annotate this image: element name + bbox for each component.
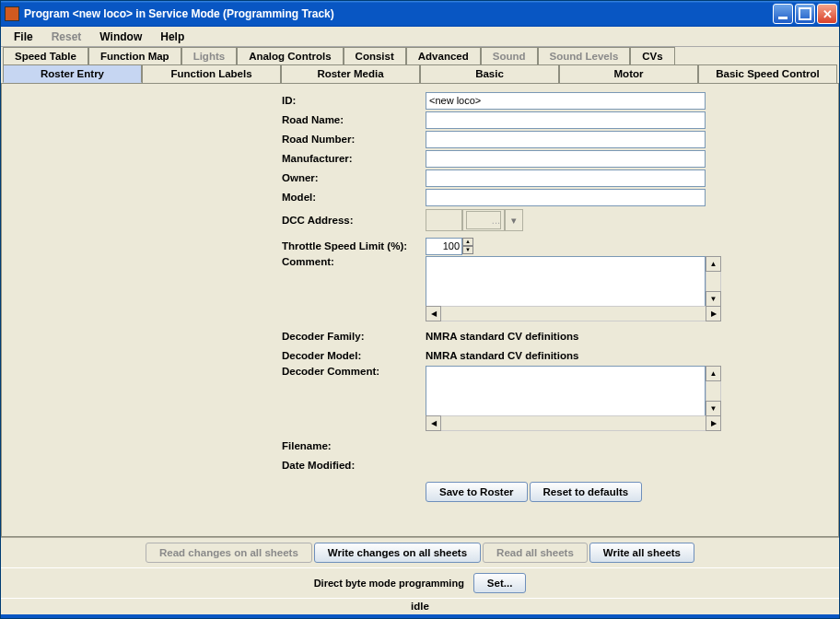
decoder-comment-label: Decoder Comment: xyxy=(282,366,426,377)
date-modified-label: Date Modified: xyxy=(282,460,426,471)
road-number-field[interactable] xyxy=(426,131,706,148)
tab-function-map[interactable]: Function Map xyxy=(88,47,181,64)
menu-file[interactable]: File xyxy=(5,29,42,45)
sheet-actions-bar: Read changes on all sheets Write changes… xyxy=(1,537,839,568)
read-changes-button: Read changes on all sheets xyxy=(146,543,312,563)
tab-motor[interactable]: Motor xyxy=(559,64,698,83)
owner-field[interactable] xyxy=(426,169,706,187)
comment-label: Comment: xyxy=(282,256,426,267)
close-button[interactable] xyxy=(817,4,837,24)
tab-sound: Sound xyxy=(481,47,538,64)
decoder-comment-hscroll: ◀ ▶ xyxy=(426,415,721,431)
decoder-comment-vscroll: ▲ ▼ xyxy=(706,366,721,416)
filename-label: Filename: xyxy=(282,440,426,451)
scroll-right-icon[interactable]: ▶ xyxy=(706,306,721,321)
roster-entry-panel: ID: Road Name: Road Number: Manufacturer… xyxy=(1,83,839,537)
scroll-track[interactable] xyxy=(706,381,721,401)
form-area: ID: Road Name: Road Number: Manufacturer… xyxy=(98,91,742,502)
comment-vscroll: ▲ ▼ xyxy=(706,256,721,307)
save-to-roster-button[interactable]: Save to Roster xyxy=(426,482,528,502)
throttle-spinner: ▲ ▼ xyxy=(426,238,473,255)
reset-to-defaults-button[interactable]: Reset to defaults xyxy=(530,482,643,502)
dcc-dropdown-icon[interactable]: ▾ xyxy=(505,209,523,231)
app-icon xyxy=(5,6,19,21)
owner-label: Owner: xyxy=(282,172,426,183)
content-area: Speed Table Function Map Lights Analog C… xyxy=(1,47,839,614)
menu-reset: Reset xyxy=(42,29,91,45)
menu-window[interactable]: Window xyxy=(90,29,151,45)
throttle-value-field[interactable] xyxy=(426,238,462,255)
decoder-family-value: NMRA standard CV definitions xyxy=(426,331,578,342)
tab-roster-media[interactable]: Roster Media xyxy=(281,64,420,83)
dcc-address-box[interactable] xyxy=(426,209,462,231)
programming-mode-label: Direct byte mode programming xyxy=(314,578,464,589)
tab-speed-table[interactable]: Speed Table xyxy=(3,47,88,64)
road-name-label: Road Name: xyxy=(282,114,426,125)
dcc-address-label: DCC Address: xyxy=(282,215,426,226)
id-field[interactable] xyxy=(426,92,706,110)
tab-sound-levels: Sound Levels xyxy=(538,47,631,64)
tab-basic[interactable]: Basic xyxy=(420,64,559,83)
write-all-button[interactable]: Write all sheets xyxy=(589,543,694,563)
tab-roster-entry[interactable]: Roster Entry xyxy=(3,64,142,83)
titlebar-buttons xyxy=(773,4,837,24)
throttle-label: Throttle Speed Limit (%): xyxy=(282,240,426,251)
model-label: Model: xyxy=(282,192,426,203)
minimize-button[interactable] xyxy=(773,4,793,24)
maximize-button[interactable] xyxy=(795,4,815,24)
app-window: Program <new loco> in Service Mode (Prog… xyxy=(0,0,840,619)
menu-help[interactable]: Help xyxy=(151,29,193,45)
throttle-up-icon[interactable]: ▲ xyxy=(462,238,473,246)
window-title: Program <new loco> in Service Mode (Prog… xyxy=(24,7,773,20)
decoder-comment-field[interactable] xyxy=(426,366,706,416)
tab-row-1: Speed Table Function Map Lights Analog C… xyxy=(1,47,839,64)
throttle-down-icon[interactable]: ▼ xyxy=(462,246,473,254)
scroll-down-icon[interactable]: ▼ xyxy=(706,401,721,416)
tab-analog-controls[interactable]: Analog Controls xyxy=(237,47,343,64)
decoder-family-label: Decoder Family: xyxy=(282,331,426,342)
manufacturer-label: Manufacturer: xyxy=(282,153,426,164)
tab-basic-speed-control[interactable]: Basic Speed Control xyxy=(698,64,837,83)
scroll-track[interactable] xyxy=(706,272,721,291)
model-field[interactable] xyxy=(426,189,706,206)
scroll-up-icon[interactable]: ▲ xyxy=(706,256,721,272)
scroll-track[interactable] xyxy=(441,306,706,321)
read-all-button: Read all sheets xyxy=(483,543,588,563)
scroll-left-icon[interactable]: ◀ xyxy=(426,415,441,431)
scroll-right-icon[interactable]: ▶ xyxy=(706,415,721,431)
tab-row-2: Roster Entry Function Labels Roster Medi… xyxy=(1,64,839,83)
id-label: ID: xyxy=(282,95,426,106)
window-bottom-border xyxy=(1,614,839,618)
tab-cvs[interactable]: CVs xyxy=(630,47,674,64)
dcc-address-combo[interactable]: ... xyxy=(466,211,501,229)
titlebar: Program <new loco> in Service Mode (Prog… xyxy=(1,1,839,27)
tab-lights: Lights xyxy=(181,47,238,64)
scroll-track[interactable] xyxy=(441,415,706,431)
road-number-label: Road Number: xyxy=(282,134,426,145)
tab-consist[interactable]: Consist xyxy=(344,47,406,64)
comment-field[interactable] xyxy=(426,256,706,307)
bottom-bars: Read changes on all sheets Write changes… xyxy=(1,537,839,614)
menubar: File Reset Window Help xyxy=(1,27,839,47)
decoder-model-label: Decoder Model: xyxy=(282,350,426,361)
scroll-up-icon[interactable]: ▲ xyxy=(706,366,721,381)
scroll-down-icon[interactable]: ▼ xyxy=(706,291,721,307)
dcc-address-control: ... ▾ xyxy=(426,209,523,231)
manufacturer-field[interactable] xyxy=(426,150,706,168)
comment-hscroll: ◀ ▶ xyxy=(426,306,721,321)
tab-advanced[interactable]: Advanced xyxy=(406,47,481,64)
write-changes-button[interactable]: Write changes on all sheets xyxy=(314,543,481,563)
programming-mode-bar: Direct byte mode programming Set... xyxy=(1,568,839,598)
scroll-left-icon[interactable]: ◀ xyxy=(426,306,441,321)
tab-function-labels[interactable]: Function Labels xyxy=(142,64,281,83)
status-bar: idle xyxy=(1,598,839,614)
set-button[interactable]: Set... xyxy=(473,573,526,593)
road-name-field[interactable] xyxy=(426,111,706,129)
decoder-model-value: NMRA standard CV definitions xyxy=(426,350,578,361)
